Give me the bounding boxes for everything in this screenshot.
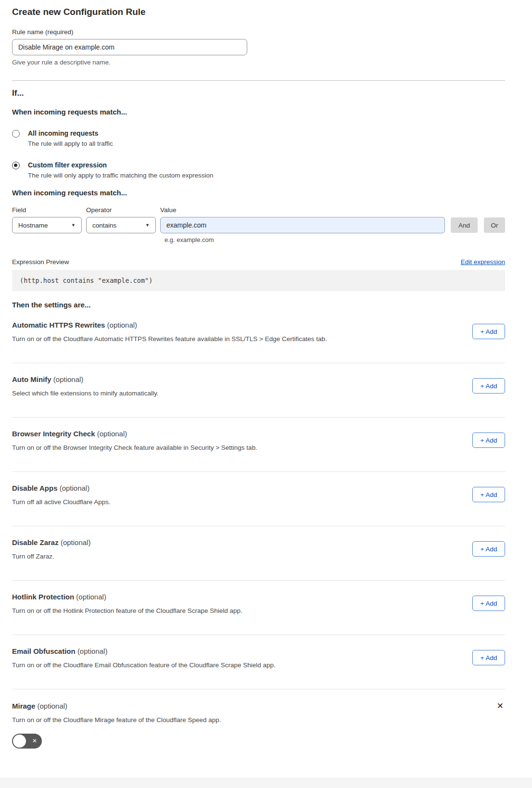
setting-automatic-https-rewrites: Automatic HTTPS Rewrites (optional) Turn… [12,309,505,363]
setting-title-line: Browser Integrity Check (optional) [12,430,257,438]
setting-optional-label: (optional) [107,321,138,329]
setting-title: Hotlink Protection [12,593,74,601]
setting-title-line: Auto Minify (optional) [12,375,158,383]
add-button[interactable]: + Add [472,378,505,394]
setting-title: Disable Apps [12,484,57,492]
setting-title: Mirage [12,702,35,710]
field-label: Field [12,206,86,214]
add-button[interactable]: + Add [472,487,505,502]
value-helper: e.g. example.com [165,236,505,243]
setting-title-line: Hotlink Protection (optional) [12,593,242,601]
setting-optional-label: (optional) [38,702,68,710]
radio-label: All incoming requests [28,129,113,137]
setting-info: Disable Apps (optional) Turn off all act… [12,484,111,506]
setting-title-line: Email Obfuscation (optional) [12,647,276,655]
expression-preview-code: (http.host contains "example.com") [12,270,505,291]
radio-description: The rule will apply to all traffic [28,140,113,147]
radio-all-incoming-requests[interactable]: All incoming requests The rule will appl… [12,129,505,147]
setting-title-line: Automatic HTTPS Rewrites (optional) [12,321,327,329]
create-configuration-rule-form: Create new Configuration Rule Rule name … [0,0,532,749]
close-icon[interactable]: ✕ [497,702,504,710]
setting-info: Hotlink Protection (optional) Turn on or… [12,593,242,614]
setting-title-line: Disable Zaraz (optional) [12,538,90,547]
setting-title: Auto Minify [12,375,51,383]
edit-expression-link[interactable]: Edit expression [461,258,505,266]
add-button[interactable]: + Add [472,541,505,557]
setting-optional-label: (optional) [60,484,90,492]
setting-info: Automatic HTTPS Rewrites (optional) Turn… [12,321,327,343]
radio-icon-selected[interactable] [12,162,20,169]
page-title: Create new Configuration Rule [12,7,505,17]
add-button[interactable]: + Add [472,324,505,339]
setting-optional-label: (optional) [61,538,91,547]
setting-description: Turn on or off the Cloudflare Mirage fea… [12,716,505,724]
setting-disable-apps: Disable Apps (optional) Turn off all act… [12,472,505,526]
setting-title-line: Mirage (optional) [12,702,67,710]
expression-builder-controls: Hostname ▼ contains ▼ And Or [12,217,505,233]
field-select-value: Hostname [18,222,48,229]
setting-description: Select which file extensions to minify a… [12,390,158,397]
setting-email-obfuscation: Email Obfuscation (optional) Turn on or … [12,635,505,689]
setting-description: Turn on or off the Browser Integrity Che… [12,444,257,451]
mirage-toggle[interactable]: ✕ [12,734,42,749]
radio-text: All incoming requests The rule will appl… [28,129,113,147]
section-divider [12,80,505,81]
and-button[interactable]: And [451,217,478,233]
radio-custom-filter-expression[interactable]: Custom filter expression The rule will o… [12,161,505,179]
operator-label: Operator [86,206,160,214]
or-button[interactable]: Or [484,217,505,233]
setting-optional-label: (optional) [97,430,127,438]
chevron-down-icon: ▼ [71,223,76,228]
add-button[interactable]: + Add [472,596,505,611]
rule-name-label: Rule name (required) [12,28,505,36]
setting-hotlink-protection: Hotlink Protection (optional) Turn on or… [12,581,505,635]
expression-builder-heading: When incoming requests match... [12,189,505,197]
setting-title: Browser Integrity Check [12,430,95,438]
setting-description: Turn off Zaraz. [12,553,90,560]
field-select[interactable]: Hostname ▼ [12,217,82,233]
mirage-header: Mirage (optional) ✕ [12,702,505,710]
add-button[interactable]: + Add [472,650,505,665]
expression-preview-label: Expression Preview [12,258,69,266]
setting-title: Email Obfuscation [12,647,76,655]
setting-disable-zaraz: Disable Zaraz (optional) Turn off Zaraz.… [12,526,505,581]
setting-info: Browser Integrity Check (optional) Turn … [12,430,257,451]
toggle-off-x-icon: ✕ [32,737,37,744]
setting-optional-label: (optional) [53,375,84,383]
rule-name-helper: Give your rule a descriptive name. [12,59,505,66]
setting-auto-minify: Auto Minify (optional) Select which file… [12,363,505,418]
operator-select[interactable]: contains ▼ [86,217,156,233]
value-input[interactable] [160,217,445,233]
setting-description: Turn on or off the Cloudflare Automatic … [12,335,327,343]
setting-info: Auto Minify (optional) Select which file… [12,375,158,397]
operator-select-value: contains [92,222,116,229]
value-label: Value [160,206,177,214]
setting-info: Disable Zaraz (optional) Turn off Zaraz. [12,538,90,560]
settings-heading: Then the settings are... [12,301,505,309]
radio-icon[interactable] [12,130,20,138]
setting-title: Disable Zaraz [12,538,59,547]
setting-title-line: Disable Apps (optional) [12,484,111,492]
setting-title: Automatic HTTPS Rewrites [12,321,105,329]
match-heading: When incoming requests match... [12,108,505,116]
if-heading: If... [12,89,505,98]
expression-builder-labels: Field Operator Value [12,206,505,214]
add-button[interactable]: + Add [472,432,505,448]
setting-description: Turn on or off the Cloudflare Email Obfu… [12,661,276,669]
match-type-radio-group: All incoming requests The rule will appl… [12,129,505,179]
setting-description: Turn on or off the Hotlink Protection fe… [12,607,242,614]
toggle-knob [13,735,26,748]
expression-preview-row: Expression Preview Edit expression [12,258,505,266]
setting-optional-label: (optional) [76,593,106,601]
setting-optional-label: (optional) [77,647,108,655]
radio-label: Custom filter expression [28,161,213,169]
radio-text: Custom filter expression The rule will o… [28,161,213,179]
rule-name-input[interactable] [12,39,247,55]
setting-browser-integrity-check: Browser Integrity Check (optional) Turn … [12,418,505,472]
chevron-down-icon: ▼ [145,223,150,228]
setting-info: Email Obfuscation (optional) Turn on or … [12,647,276,669]
radio-description: The rule will only apply to traffic matc… [28,172,213,179]
footer-strip [0,778,532,788]
setting-mirage: Mirage (optional) ✕ Turn on or off the C… [12,689,505,749]
setting-description: Turn off all active Cloudflare Apps. [12,498,111,506]
